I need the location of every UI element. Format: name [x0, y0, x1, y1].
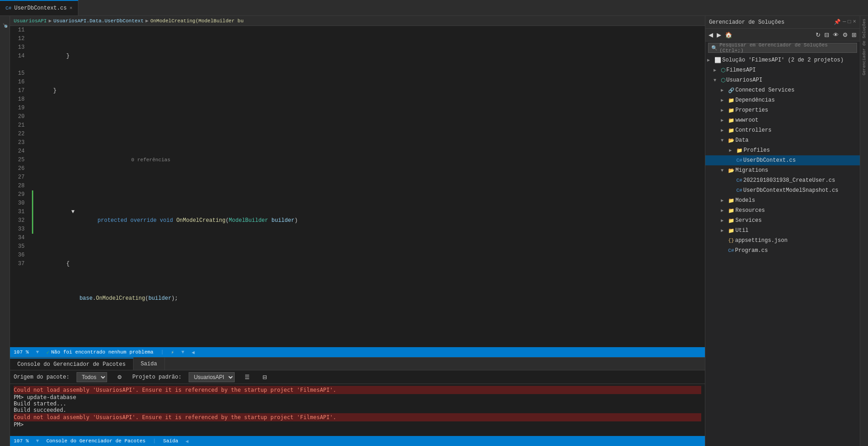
tab-filename: UserDbContext.cs	[14, 5, 67, 11]
migrations-label: Migrations	[735, 167, 768, 174]
search-icon: 🔍	[711, 45, 718, 51]
tree-item-filmesapi[interactable]: ▶ ⬡ FilmesAPI	[705, 65, 860, 75]
zoom-level[interactable]: 107 %	[14, 349, 29, 355]
close-panel-button[interactable]: ×	[853, 19, 856, 26]
tab-close-button[interactable]: ×	[69, 5, 72, 11]
left-sidebar-icon: 🔍	[1, 22, 9, 30]
usuariosapi-label: UsuariosAPI	[726, 77, 762, 83]
properties-label: Properties	[735, 107, 768, 113]
right-vertical-tab: Gerenciador de Soluções	[860, 16, 868, 446]
code-content[interactable]: } } 0 referências ▼ protected override v…	[28, 26, 705, 347]
forward-button[interactable]: ▶	[715, 31, 723, 39]
show-all-button[interactable]: 👁	[832, 31, 840, 39]
console-line-2: PM> update-database	[14, 394, 701, 400]
console-content[interactable]: Could not load assembly 'UsuariosAPI'. E…	[10, 384, 705, 436]
migration1-icon: C#	[736, 178, 742, 183]
data-icon: 📂	[728, 138, 734, 144]
solution-icon: ⬜	[714, 57, 721, 64]
left-sidebar: 🔍	[0, 16, 10, 446]
tree-item-resources[interactable]: ▶ 📁 Resources	[705, 205, 860, 215]
console-line-5: PM>	[14, 421, 701, 428]
tab-package-console[interactable]: Console do Gerenciador de Pacotes	[10, 358, 134, 370]
maximize-button[interactable]: □	[848, 19, 851, 26]
preview-button[interactable]: ⊞	[850, 31, 858, 39]
breadcrumb-project: UsuariosAPI	[14, 18, 47, 24]
console-line-4: Build succeeded.	[14, 407, 701, 413]
appsettings-icon: {}	[728, 238, 734, 243]
panel-toolbar: Origem do pacote: Todos ⚙ Projeto padrão…	[10, 370, 705, 384]
tree-item-usuariosapi[interactable]: ▼ ⬡ UsuariosAPI	[705, 75, 860, 85]
tree-item-dependencias[interactable]: ▶ 📁 Dependências	[705, 95, 860, 105]
breadcrumb-method: OnModelCreating(ModelBuilder bu	[150, 18, 244, 24]
migration2-label: UserDbContextModelSnapshot.cs	[743, 187, 838, 194]
tree-item-programcs[interactable]: C# Program.cs	[705, 246, 860, 256]
services-label: Services	[735, 217, 762, 224]
userdbcontext-icon: C#	[736, 158, 742, 163]
project-select[interactable]: UsuariosAPI	[189, 372, 235, 382]
origin-select[interactable]: Todos	[77, 372, 107, 382]
back-button[interactable]: ◀	[707, 31, 714, 39]
tree-item-connected-services[interactable]: ▶ 🔗 Connected Services	[705, 85, 860, 95]
controllers-icon: 📁	[728, 128, 734, 133]
search-box-container: 🔍 Pesquisar em Gerenciador de Soluções (…	[705, 41, 860, 54]
tree-item-models[interactable]: ▶ 📁 Models	[705, 195, 860, 205]
home-button[interactable]: 🏠	[724, 31, 734, 39]
tree-item-wwwroot[interactable]: ▶ 📁 wwwroot	[705, 115, 860, 125]
tree-item-data[interactable]: ▼ 📂 Data	[705, 135, 860, 145]
tree-item-migration1[interactable]: C# 20221018031938_CreateUser.cs	[705, 175, 860, 185]
userdbcontext-label: UserDbContext.cs	[743, 157, 796, 164]
code-editor[interactable]: 11 12 13 14 15 16 17 18 19 20 21 22 23 2…	[10, 26, 705, 347]
programcs-icon: C#	[728, 248, 734, 253]
tree-item-profiles[interactable]: ▶ 📁 Profiles	[705, 145, 860, 155]
connected-services-label: Connected Services	[735, 87, 795, 93]
wwwroot-icon: 📁	[728, 118, 734, 123]
data-label: Data	[735, 137, 749, 144]
tree-item-solution[interactable]: ▶ ⬜ Solução 'FilmesAPI' (2 de 2 projetos…	[705, 55, 860, 65]
tree-item-migration2[interactable]: C# UserDbContextModelSnapshot.cs	[705, 185, 860, 195]
solution-explorer-panel: Gerenciador de Soluções 📌 — □ × ◀ ▶ 🏠 ↻ …	[705, 16, 860, 446]
cursor-indicator: ⚡	[171, 349, 174, 355]
appsettings-label: appsettings.json	[735, 237, 787, 244]
controllers-label: Controllers	[735, 127, 771, 133]
solution-toolbar: ◀ ▶ 🏠 ↻ ⊟ 👁 ⚙ ⊞	[705, 29, 860, 41]
extra-button[interactable]: ⊟	[260, 373, 270, 381]
tab-output[interactable]: Saída	[134, 358, 165, 370]
tree-item-properties[interactable]: ▶ 📁 Properties	[705, 105, 860, 115]
tree-item-services[interactable]: ▶ 📁 Services	[705, 215, 860, 226]
solution-explorer-title: Gerenciador de Soluções	[709, 19, 785, 26]
migration1-label: 20221018031938_CreateUser.cs	[743, 177, 835, 184]
tab-bar: C# UserDbContext.cs ×	[0, 0, 868, 16]
tree-item-controllers[interactable]: ▶ 📁 Controllers	[705, 125, 860, 135]
origin-label: Origem do pacote:	[14, 374, 69, 380]
tab-userdbcontext[interactable]: C# UserDbContext.cs ×	[0, 0, 78, 15]
tree-item-util[interactable]: ▶ 📁 Util	[705, 226, 860, 236]
tree-item-userdbcontext[interactable]: C# UserDbContext.cs	[705, 155, 860, 165]
status-bar: 107 % ▼ ✓ Não foi encontrado nenhum prob…	[10, 347, 705, 357]
search-box[interactable]: 🔍 Pesquisar em Gerenciador de Soluções (…	[708, 43, 857, 53]
solution-explorer-tab-label[interactable]: Gerenciador de Soluções	[862, 19, 867, 75]
solution-tree: ▶ ⬜ Solução 'FilmesAPI' (2 de 2 projetos…	[705, 54, 860, 446]
header-buttons: 📌 — □ ×	[834, 19, 856, 26]
models-label: Models	[735, 197, 755, 204]
minimize-button[interactable]: —	[842, 19, 846, 26]
resources-icon: 📁	[728, 208, 734, 214]
editor-container: UsuariosAPI ▶ UsuariosAPI.Data.UserDbCon…	[10, 16, 705, 446]
connected-services-icon: 🔗	[728, 87, 734, 93]
profiles-icon: 📁	[736, 148, 743, 154]
settings-button[interactable]: ⚙	[114, 373, 125, 381]
tree-item-migrations[interactable]: ▼ 📂 Migrations	[705, 165, 860, 175]
filter-button[interactable]: ⚙	[841, 31, 849, 39]
resources-label: Resources	[735, 207, 765, 214]
refresh-button[interactable]: ↻	[814, 31, 822, 39]
bottom-status-bar: 107 % ▼ Console do Gerenciador de Pacote…	[10, 436, 705, 446]
pin-button[interactable]: 📌	[834, 19, 841, 26]
collapse-all-button[interactable]: ⊟	[823, 31, 831, 39]
tree-item-appsettings[interactable]: {} appsettings.json	[705, 236, 860, 246]
bottom-zoom[interactable]: 107 %	[14, 438, 29, 444]
tab-icon: C#	[5, 5, 11, 11]
migration2-icon: C#	[736, 188, 742, 193]
status-ok-icon: ✓	[46, 349, 50, 355]
list-button[interactable]: ☰	[242, 373, 252, 381]
usuariosapi-icon: ⬡	[721, 77, 725, 84]
migrations-icon: 📂	[728, 168, 734, 174]
